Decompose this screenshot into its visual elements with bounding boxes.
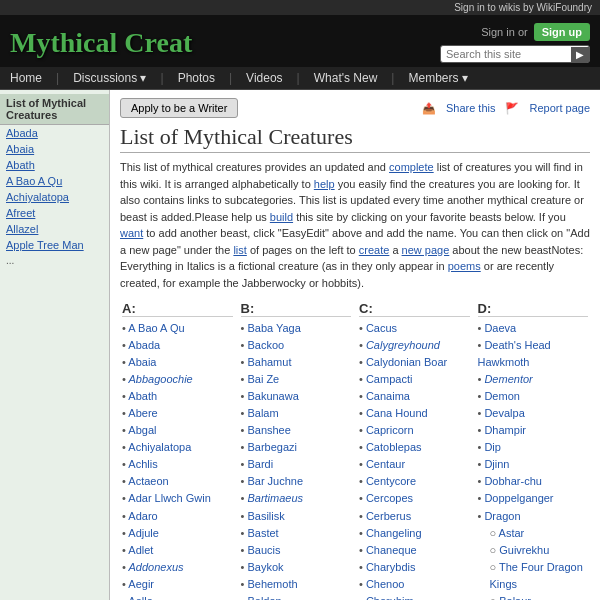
creature-daeva[interactable]: Daeva [478, 320, 589, 337]
create-link[interactable]: create [359, 244, 390, 256]
creature-banshee[interactable]: Banshee [241, 422, 352, 439]
creature-abaia[interactable]: Abaia [122, 354, 233, 371]
search-input[interactable] [441, 46, 571, 62]
creature-demon[interactable]: Demon [478, 388, 589, 405]
creature-centycore[interactable]: Centycore [359, 473, 470, 490]
nav-whats-new[interactable]: What's New [314, 71, 378, 85]
creature-bastet[interactable]: Bastet [241, 525, 352, 542]
creature-achlis[interactable]: Achlis [122, 456, 233, 473]
signin-link[interactable]: Sign in or [481, 26, 527, 38]
creature-abbagoochie[interactable]: Abbagoochie [122, 371, 233, 388]
creature-astar[interactable]: Astar [478, 525, 589, 542]
creature-centaur[interactable]: Centaur [359, 456, 470, 473]
creature-beldan[interactable]: Beldan [241, 593, 352, 600]
creature-backoo[interactable]: Backoo [241, 337, 352, 354]
sidebar-item-allazel[interactable]: Allazel [0, 221, 109, 237]
creature-campacti[interactable]: Campacti [359, 371, 470, 388]
creature-abada[interactable]: Abada [122, 337, 233, 354]
creature-adjule[interactable]: Adjule [122, 525, 233, 542]
creature-changeling[interactable]: Changeling [359, 525, 470, 542]
creature-dementor[interactable]: Dementor [478, 371, 589, 388]
creature-adlet[interactable]: Adlet [122, 542, 233, 559]
col-d-header: D: [478, 301, 589, 317]
creature-baykok[interactable]: Baykok [241, 559, 352, 576]
sidebar-item-achiyalatopa[interactable]: Achiyalatopa [0, 189, 109, 205]
creature-bar-juchne[interactable]: Bar Juchne [241, 473, 352, 490]
creature-chenoo[interactable]: Chenoo [359, 576, 470, 593]
sidebar-item-abath[interactable]: Abath [0, 157, 109, 173]
creature-calydonian-boar[interactable]: Calydonian Boar [359, 354, 470, 371]
creature-adaro[interactable]: Adaro [122, 508, 233, 525]
creature-four-dragon-kings[interactable]: The Four Dragon Kings [478, 559, 589, 593]
sidebar-item-abaia[interactable]: Abaia [0, 141, 109, 157]
creature-cerberus[interactable]: Cerberus [359, 508, 470, 525]
creature-cercopes[interactable]: Cercopes [359, 490, 470, 507]
creature-baba-yaga[interactable]: Baba Yaga [241, 320, 352, 337]
nav-photos[interactable]: Photos [178, 71, 215, 85]
creature-aegir[interactable]: Aegir [122, 576, 233, 593]
creature-behemoth[interactable]: Behemoth [241, 576, 352, 593]
creature-bahamut[interactable]: Bahamut [241, 354, 352, 371]
sidebar-item-apple-tree-man[interactable]: Apple Tree Man [0, 237, 109, 253]
creature-cherubim[interactable]: Cherubim [359, 593, 470, 600]
nav-discussions[interactable]: Discussions ▾ [73, 71, 146, 85]
new-page-link[interactable]: new page [402, 244, 450, 256]
creature-balaur[interactable]: Balaur [478, 593, 589, 600]
creature-devalpa[interactable]: Devalpa [478, 405, 589, 422]
apply-writer-button[interactable]: Apply to be a Writer [120, 98, 238, 118]
poems-link[interactable]: poems [448, 260, 481, 272]
creature-balam[interactable]: Balam [241, 405, 352, 422]
signup-button[interactable]: Sign up [534, 23, 590, 41]
nav-videos[interactable]: Videos [246, 71, 282, 85]
creature-dip[interactable]: Dip [478, 439, 589, 456]
creature-cacus[interactable]: Cacus [359, 320, 470, 337]
creature-bartimaeus[interactable]: Bartimaeus [241, 490, 352, 507]
creature-catoblepas[interactable]: Catoblepas [359, 439, 470, 456]
creature-dragon[interactable]: Dragon [478, 508, 589, 525]
creature-canaima[interactable]: Canaima [359, 388, 470, 405]
creature-bai-ze[interactable]: Bai Ze [241, 371, 352, 388]
creature-adar-llwch-gwin[interactable]: Adar Llwch Gwin [122, 490, 233, 507]
col-b-header: B: [241, 301, 352, 317]
creature-addonexus[interactable]: Addonexus [122, 559, 233, 576]
creature-doppelganger[interactable]: Doppelganger [478, 490, 589, 507]
content: Apply to be a Writer 📤 Share this 🚩 Repo… [110, 90, 600, 600]
help-link[interactable]: help [314, 178, 335, 190]
sidebar-item-afreet[interactable]: Afreet [0, 205, 109, 221]
creature-aello[interactable]: Aello [122, 593, 233, 600]
nav-members[interactable]: Members ▾ [408, 71, 467, 85]
build-link[interactable]: build [270, 211, 293, 223]
header-right: Sign in or Sign up ▶ [440, 23, 590, 63]
want-link[interactable]: want [120, 227, 143, 239]
creature-dhampir[interactable]: Dhampir [478, 422, 589, 439]
nav-home[interactable]: Home [10, 71, 42, 85]
sidebar-item-abaoa qu[interactable]: A Bao A Qu [0, 173, 109, 189]
creature-calygreyhound[interactable]: Calygreyhound [359, 337, 470, 354]
sidebar: List of Mythical Creatures Abada Abaia A… [0, 90, 110, 600]
sidebar-item-abada[interactable]: Abada [0, 125, 109, 141]
creature-achiyalatopa[interactable]: Achiyalatopa [122, 439, 233, 456]
creature-dobhar-chu[interactable]: Dobhar-chu [478, 473, 589, 490]
creature-abere[interactable]: Abere [122, 405, 233, 422]
creature-a-bao-a-qu[interactable]: A Bao A Qu [122, 320, 233, 337]
creature-deaths-head[interactable]: Death's Head Hawkmoth [478, 337, 589, 371]
creature-cana-hound[interactable]: Cana Hound [359, 405, 470, 422]
creature-guivrekhu[interactable]: Guivrekhu [478, 542, 589, 559]
creature-bakunawa[interactable]: Bakunawa [241, 388, 352, 405]
creature-barbegazi[interactable]: Barbegazi [241, 439, 352, 456]
report-link[interactable]: Report page [529, 102, 590, 115]
creature-baucis[interactable]: Baucis [241, 542, 352, 559]
creature-charybdis[interactable]: Charybdis [359, 559, 470, 576]
creature-djinn[interactable]: Djinn [478, 456, 589, 473]
creature-actaeon[interactable]: Actaeon [122, 473, 233, 490]
creature-capricorn[interactable]: Capricorn [359, 422, 470, 439]
search-button[interactable]: ▶ [571, 47, 589, 62]
complete-link[interactable]: complete [389, 161, 434, 173]
creature-basilisk[interactable]: Basilisk [241, 508, 352, 525]
creature-chaneque[interactable]: Chaneque [359, 542, 470, 559]
list-link[interactable]: list [233, 244, 246, 256]
share-link[interactable]: Share this [446, 102, 496, 115]
creature-bardi[interactable]: Bardi [241, 456, 352, 473]
creature-abgal[interactable]: Abgal [122, 422, 233, 439]
creature-abath[interactable]: Abath [122, 388, 233, 405]
